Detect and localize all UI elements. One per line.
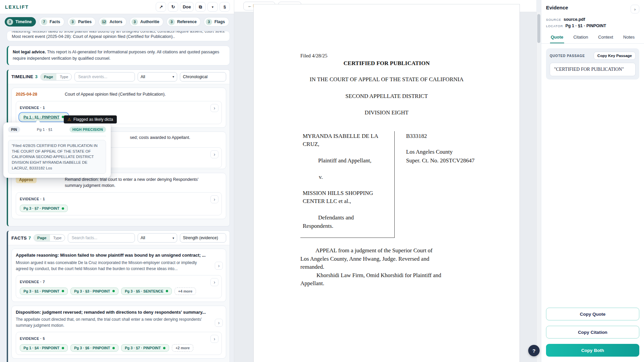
- disclaimer-lead: Not legal advice.: [13, 50, 46, 54]
- tab-count: 3: [7, 19, 13, 25]
- tab-count: 12: [101, 19, 107, 25]
- facts-body: Appellate reasoning: Mission failed to s…: [8, 245, 230, 362]
- evidence-chip[interactable]: Pg 3 · §7 · PINPOINT: [20, 205, 68, 212]
- refresh-button: ↻: [168, 2, 178, 12]
- facts-search-input[interactable]: [68, 233, 135, 243]
- chevron-right-icon[interactable]: ›: [634, 7, 636, 12]
- summary-card: reasoning: Mission failed to show plaint…: [7, 31, 230, 41]
- evidence-chip[interactable]: Pg 3 · §5 · SENTENCE: [121, 288, 172, 295]
- summary-clipped-line: reasoning: Mission failed to show plaint…: [12, 31, 225, 34]
- doc-versus: v.: [319, 174, 323, 180]
- scrollbar-thumb[interactable]: [537, 14, 540, 43]
- chevron-right-icon[interactable]: ›: [210, 195, 218, 203]
- chevron-right-icon[interactable]: ›: [210, 335, 218, 343]
- timeline-search-input[interactable]: [75, 72, 135, 82]
- evidence-panel-title: Evidence: [546, 5, 568, 10]
- tab-label: Authoritie: [140, 19, 159, 24]
- locator-value: Pg 1 · §1 · PINPOINT: [565, 23, 606, 28]
- facts-filter-select[interactable]: All▾: [138, 233, 177, 243]
- event-date: 2025-04-28: [16, 91, 65, 98]
- doc-plaintiff-name: CRUZ,: [303, 141, 319, 148]
- chevron-right-icon[interactable]: ›: [210, 278, 218, 286]
- doc-court-heading: IN THE COURT OF APPEAL OF THE STATE OF C…: [254, 76, 519, 83]
- app-logo: LEXLIFT: [5, 4, 29, 10]
- evidence-chip[interactable]: Pg 3 · §6 · PINPOINT: [70, 344, 118, 352]
- doc-defendant-name: MISSION HILLS SHOPPING: [303, 190, 373, 197]
- tab-authorities[interactable]: 3Authoritie: [130, 17, 163, 27]
- quoted-passage-label: QUOTED PASSAGE: [550, 54, 585, 58]
- chevron-down-icon[interactable]: ▾: [212, 5, 213, 9]
- viewer-scrollbar[interactable]: [536, 12, 541, 362]
- copy-citation-button[interactable]: Copy Citation: [546, 326, 639, 339]
- chevron-right-icon[interactable]: ›: [215, 319, 223, 327]
- duplicate-button: ⧉: [195, 2, 206, 12]
- tab-parties[interactable]: 3Parties: [67, 17, 96, 27]
- tab-notes[interactable]: Notes: [623, 32, 635, 43]
- collapse-panel-button: ›: [631, 5, 639, 13]
- evidence-subcard: EVIDENCE · 7 › Pg 3 · §1 · PINPOINT Pg 3…: [16, 275, 222, 298]
- tab-timeline[interactable]: 3Timeline: [5, 17, 36, 27]
- tab-citation[interactable]: Citation: [573, 32, 589, 43]
- section-button: §: [219, 2, 230, 12]
- tab-flags[interactable]: 3Flags: [204, 17, 229, 27]
- header-toolbar: ↗ ↻ Doe ⧉ ▾ §: [156, 2, 230, 12]
- fact-body: Mission argued it was conceivable De la …: [16, 260, 204, 272]
- evidence-actions: Copy Quote Copy Citation Copy Both: [546, 308, 639, 357]
- evidence-subcard: EVIDENCE · 5 › Pg 1 · §4 · PINPOINT Pg 3…: [16, 332, 222, 355]
- doc-counsel-paragraph: Appellant.: [300, 280, 324, 287]
- more-evidence-chip[interactable]: +4 more: [175, 288, 196, 295]
- timeline-header: TIMELINE 3 PageType All▾ Chronological: [8, 70, 230, 84]
- chevron-right-icon[interactable]: ›: [210, 104, 218, 112]
- help-icon[interactable]: ?: [532, 348, 535, 354]
- share-icon[interactable]: ↗: [159, 4, 163, 9]
- tab-facts[interactable]: 7Facts: [39, 17, 64, 27]
- timeline-event-1[interactable]: 2025-04-28 Court of Appeal opinion filed…: [11, 88, 226, 128]
- copy-both-button[interactable]: Copy Both: [546, 344, 639, 357]
- tab-actors[interactable]: 12Actors: [99, 17, 127, 27]
- facts-sort-value: Strength (evidence): [183, 236, 218, 240]
- tab-context[interactable]: Context: [597, 32, 614, 43]
- pin-badge: PIN: [8, 126, 20, 133]
- fact-card-1[interactable]: Appellate reasoning: Mission failed to s…: [11, 249, 226, 302]
- chevron-right-icon[interactable]: ›: [215, 262, 223, 270]
- copy-key-passage-button[interactable]: Copy Key Passage: [594, 52, 636, 60]
- left-panel: LEXLIFT ↗ ↻ Doe ⧉ ▾ § 3Timeline 7Facts 3…: [0, 0, 234, 362]
- evidence-chip[interactable]: Pg 1 · §1 · PINPOINT: [20, 113, 68, 121]
- duplicate-icon[interactable]: ⧉: [199, 4, 202, 10]
- facts-count: 7: [29, 236, 31, 241]
- pinpoint-dot-icon: [166, 290, 168, 292]
- evidence-chip[interactable]: Pg 3 · §7 · PINPOINT: [121, 344, 169, 352]
- facts-sort-select[interactable]: Strength (evidence): [180, 233, 226, 243]
- section-icon[interactable]: §: [224, 4, 226, 9]
- tab-count: 7: [41, 19, 47, 25]
- timeline-sort-select[interactable]: Chronological: [180, 72, 226, 82]
- evidence-chip[interactable]: Pg 3 · §1 · PINPOINT: [20, 288, 68, 295]
- fact-card-2[interactable]: Disposition: judgment reversed; remanded…: [11, 306, 226, 359]
- tab-references[interactable]: 3Reference: [166, 17, 201, 27]
- evidence-label: EVIDENCE · 5: [20, 337, 45, 341]
- doc-superior-court-number: Super. Ct. No. 20STCV28647: [406, 157, 475, 164]
- document-page[interactable]: Filed 4/28/25 CERTIFIED FOR PUBLICATION …: [253, 4, 520, 362]
- timeline-filter-value: All: [141, 74, 145, 79]
- tab-count: 3: [206, 19, 212, 25]
- tab-label: Flags: [214, 19, 225, 24]
- toggle-page[interactable]: Page: [34, 235, 50, 241]
- evidence-chip[interactable]: Pg 3 · §3 · PINPOINT: [70, 288, 118, 295]
- evidence-chip[interactable]: Pg 1 · §4 · PINPOINT: [20, 344, 68, 352]
- more-evidence-chip[interactable]: +2 more: [172, 344, 194, 352]
- chip-label: Pg 3 · §1 · PINPOINT: [23, 289, 59, 293]
- chevron-down-icon: ▾: [172, 236, 174, 240]
- toggle-type[interactable]: Type: [50, 235, 65, 241]
- facts-filter-value: All: [141, 236, 145, 240]
- toggle-page[interactable]: Page: [41, 73, 57, 80]
- refresh-icon[interactable]: ↻: [171, 4, 175, 9]
- doc-button[interactable]: Doe: [180, 2, 194, 12]
- copy-quote-button[interactable]: Copy Quote: [546, 308, 639, 320]
- chevron-right-icon[interactable]: ›: [210, 150, 218, 158]
- disclaimer-callout: Not legal advice. This report is AI-gene…: [7, 46, 230, 65]
- tab-quote[interactable]: Quote: [550, 32, 564, 43]
- timeline-event-3[interactable]: Approx Remand direction: trial court to …: [11, 173, 226, 219]
- tab-label: Actors: [109, 19, 122, 24]
- timeline-filter-select[interactable]: All▾: [138, 72, 177, 82]
- toggle-type[interactable]: Type: [56, 73, 71, 80]
